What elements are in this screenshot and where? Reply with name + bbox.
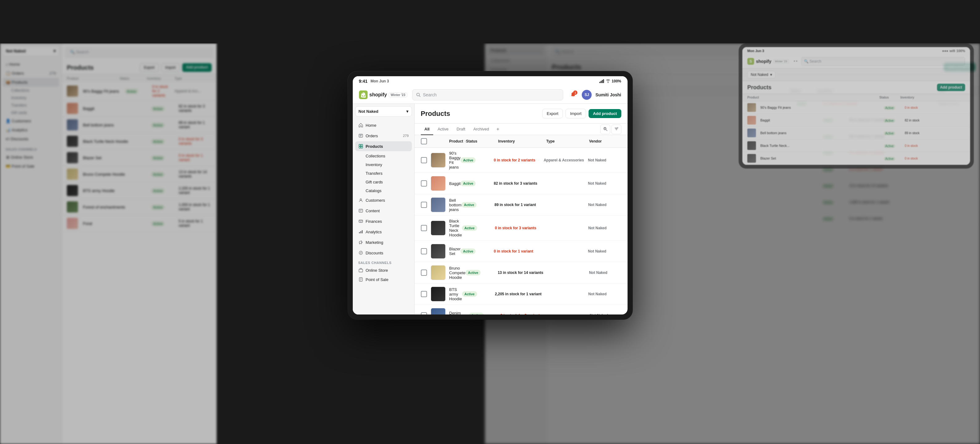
svg-rect-6 [359, 134, 363, 137]
sidebar-item-label-customers: Customers [366, 198, 385, 203]
col-header-vendor[interactable]: Vendor [589, 139, 621, 144]
export-button[interactable]: Export [542, 109, 563, 118]
sidebar-item-pos[interactable]: Point of Sale [355, 275, 412, 284]
row-checkbox-3[interactable] [421, 225, 427, 231]
product-inventory-4: 0 in stock for 1 variant [494, 249, 544, 254]
product-thumb-6 [431, 287, 445, 302]
import-button[interactable]: Import [565, 109, 586, 118]
table-row[interactable]: Bell bottom jeans Active 89 in stock for… [415, 194, 628, 216]
tablet-body: Not Naked ▾ Home [353, 104, 628, 315]
row-checkbox-0[interactable] [421, 157, 427, 163]
product-list: 90's Baggy Fit jeans Active 0 in stock f… [415, 148, 628, 315]
sidebar-item-label-discounts: Discounts [366, 251, 383, 255]
col-header-status[interactable]: Status [466, 139, 498, 144]
row-checkbox-5[interactable] [421, 270, 427, 276]
header-right: 1 SJ Sumiti Joshi [568, 90, 621, 100]
product-vendor-2: Not Naked [588, 203, 621, 207]
sidebar-item-analytics[interactable]: Analytics [355, 227, 412, 237]
select-all-checkbox[interactable] [421, 138, 427, 144]
sidebar-item-label-products: Products [366, 144, 383, 149]
thumb-placeholder-7 [431, 308, 445, 315]
row-checkbox-7[interactable] [421, 312, 427, 315]
tablet-screen: 9:41 Mon Jun 3 [353, 76, 628, 315]
table-header: Product ↑ Status Inventory Type [415, 135, 628, 148]
sidebar-subitem-transfers[interactable]: Transfers [355, 169, 412, 177]
product-vendor-3: Not Naked [588, 226, 621, 230]
tab-active[interactable]: Active [434, 124, 452, 135]
status-badge-7: Active [469, 313, 484, 315]
row-checkbox-4[interactable] [421, 248, 427, 254]
sidebar-item-marketing[interactable]: Marketing [355, 237, 412, 247]
product-status-4: Active [460, 249, 493, 254]
svg-rect-12 [359, 209, 363, 212]
finances-icon [358, 219, 363, 224]
thumb-placeholder-6 [431, 287, 445, 301]
sidebar-item-discounts[interactable]: Discounts [355, 248, 412, 258]
sidebar-subitem-inventory[interactable]: Inventory [355, 160, 412, 169]
products-icon [358, 144, 363, 149]
product-name-3: Black Turtle Neck Hoodie [449, 219, 462, 237]
user-name: Sumiti Joshi [595, 92, 621, 97]
content-icon [358, 208, 363, 213]
tab-all[interactable]: All [421, 124, 434, 135]
svg-point-20 [361, 253, 362, 254]
orders-icon [358, 133, 363, 138]
sidebar-item-finances[interactable]: Finances [355, 216, 412, 226]
thumb-placeholder-5 [431, 265, 445, 280]
store-selector[interactable]: Not Naked ▾ [355, 106, 412, 117]
table-row[interactable]: Denim Dungarees Active 0 in stock for 2 … [415, 305, 628, 315]
sidebar-subitem-catalogs[interactable]: Catalogs [355, 187, 412, 195]
table-row[interactable]: Bruno Compete Hoodie Active 13 in stock … [415, 262, 628, 284]
svg-point-19 [360, 252, 361, 253]
shopify-logo: shopify Winter '23 [359, 91, 407, 99]
status-badge-1: Active [460, 180, 476, 186]
sidebar-item-orders[interactable]: Orders 279 [355, 131, 412, 141]
sidebar-item-products[interactable]: Products [355, 141, 412, 151]
tab-draft[interactable]: Draft [453, 124, 469, 135]
sidebar: Not Naked ▾ Home [353, 104, 415, 315]
table-row[interactable]: Baggit Active 82 in stock for 3 variants… [415, 173, 628, 194]
row-checkbox-2[interactable] [421, 202, 427, 208]
table-row[interactable]: BTS army Hoodie Active 2,205 in stock fo… [415, 284, 628, 305]
table-row[interactable]: Blazer Set Active 0 in stock for 1 varia… [415, 241, 628, 262]
product-vendor-5: Not Naked [589, 270, 621, 275]
shopify-logo-icon [359, 91, 368, 99]
shopify-header: shopify Winter '23 Search [353, 86, 628, 104]
marketing-icon [358, 240, 363, 245]
add-product-button[interactable]: Add product [589, 109, 621, 118]
svg-rect-2 [602, 80, 603, 83]
store-icon [358, 268, 363, 273]
search-bar[interactable]: Search [412, 89, 563, 101]
row-checkbox-6[interactable] [421, 291, 427, 297]
product-thumb-1 [431, 176, 445, 191]
sidebar-item-online-store[interactable]: Online Store [355, 266, 412, 275]
col-header-product[interactable]: Product ↑ [449, 139, 466, 144]
main-content: Products Export Import Add product All A… [415, 104, 628, 315]
user-avatar[interactable]: SJ [582, 90, 592, 100]
search-icon [416, 93, 420, 97]
col-header-type[interactable]: Type [546, 139, 589, 144]
svg-point-14 [361, 222, 361, 222]
table-row[interactable]: Black Turtle Neck Hoodie Active 0 in sto… [415, 216, 628, 241]
add-tab-button[interactable]: + [493, 125, 502, 134]
notification-bell[interactable]: 1 [568, 90, 578, 100]
status-badge-0: Active [460, 157, 476, 163]
status-bar: 9:41 Mon Jun 3 [353, 76, 628, 86]
product-vendor-0: Not Naked [588, 158, 621, 162]
col-header-inventory[interactable]: Inventory [498, 139, 546, 144]
table-row[interactable]: 90's Baggy Fit jeans Active 0 in stock f… [415, 148, 628, 173]
page-title: Products [421, 110, 450, 118]
sidebar-item-customers[interactable]: Customers [355, 195, 412, 205]
sidebar-item-home[interactable]: Home [355, 120, 412, 130]
sidebar-subitem-giftcards[interactable]: Gift cards [355, 178, 412, 186]
product-name-4: Blazer Set [449, 247, 461, 256]
tab-archived[interactable]: Archived [470, 124, 493, 135]
sidebar-item-content[interactable]: Content [355, 206, 412, 216]
sort-button[interactable] [611, 125, 621, 134]
row-checkbox-1[interactable] [421, 180, 427, 187]
product-thumb-3 [431, 220, 445, 235]
product-name-7: Denim Dungarees [449, 311, 469, 315]
sidebar-subitem-collections[interactable]: Collections [355, 152, 412, 160]
product-status-6: Active [462, 291, 495, 297]
search-filter-button[interactable] [600, 125, 610, 134]
